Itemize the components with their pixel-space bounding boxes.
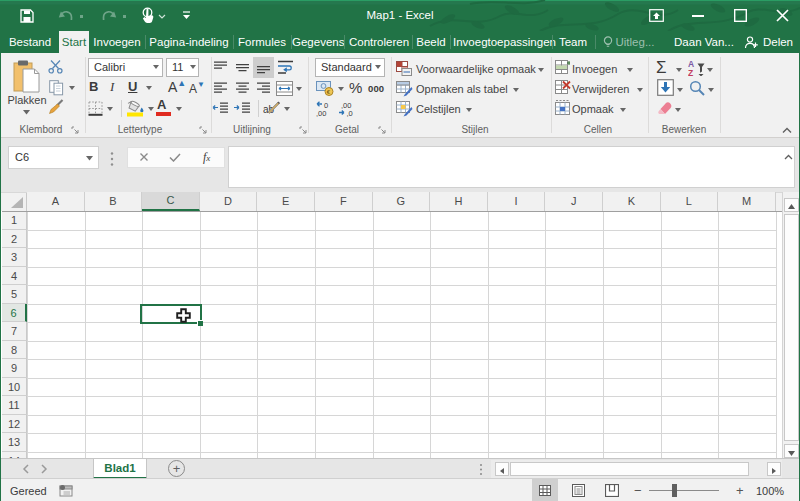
svg-text:,0: ,0 — [347, 109, 353, 117]
svg-text:Z: Z — [688, 68, 693, 77]
svg-text:,00: ,00 — [316, 109, 326, 117]
